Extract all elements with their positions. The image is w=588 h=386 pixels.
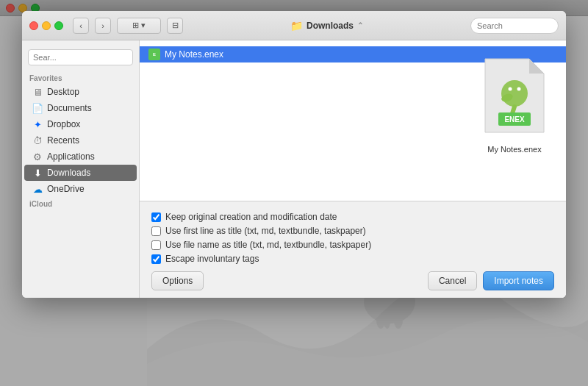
- forward-icon: ›: [101, 21, 104, 30]
- fb-close-button[interactable]: [29, 21, 38, 30]
- svg-point-13: [501, 80, 528, 107]
- back-icon: ‹: [79, 21, 82, 30]
- search-input[interactable]: [470, 18, 559, 34]
- import-notes-button[interactable]: Import notes: [483, 271, 554, 290]
- view-icon: ⊞ ▾: [132, 21, 146, 30]
- cancel-button[interactable]: Cancel: [428, 271, 477, 290]
- path-icon: ⊟: [172, 21, 179, 30]
- option-row-filename-title: Use file name as title (txt, md, textbun…: [151, 240, 554, 250]
- favorites-section-header: Favorites: [22, 71, 139, 84]
- options-button[interactable]: Options: [151, 271, 204, 290]
- sidebar-item-label: Dropbox: [47, 119, 80, 129]
- escape-tags-checkbox[interactable]: [151, 254, 161, 264]
- documents-icon: 📄: [32, 102, 43, 114]
- fb-maximize-button[interactable]: [54, 21, 63, 30]
- forward-button[interactable]: ›: [95, 18, 111, 34]
- enex-file-icon: E: [148, 49, 160, 60]
- folder-icon: 📁: [290, 20, 303, 32]
- escape-tags-label: Escape involuntary tags: [165, 254, 259, 264]
- sidebar-item-label: Applications: [47, 151, 95, 162]
- back-button[interactable]: ‹: [73, 18, 89, 34]
- first-line-title-checkbox[interactable]: [151, 226, 161, 236]
- keep-date-checkbox[interactable]: [151, 212, 161, 222]
- svg-point-15: [509, 87, 512, 91]
- sidebar-item-dropbox[interactable]: ✦ Dropbox: [24, 116, 137, 132]
- filename-title-checkbox[interactable]: [151, 240, 161, 250]
- fb-title-area: 📁 Downloads ⌃: [189, 20, 465, 32]
- sidebar-item-label: Documents: [47, 103, 92, 113]
- option-row-keep-date: Keep original creation and modification …: [151, 212, 554, 222]
- dropbox-icon: ✦: [32, 118, 43, 130]
- option-row-escape-tags: Escape involuntary tags: [151, 254, 554, 264]
- sidebar-item-downloads[interactable]: ⬇ Downloads: [24, 165, 137, 181]
- recents-icon: ⏱: [32, 135, 43, 146]
- applications-icon: ⚙: [32, 151, 43, 162]
- dialog-right-buttons: Cancel Import notes: [428, 271, 554, 290]
- chevron-icon: ⌃: [357, 21, 363, 29]
- sidebar-item-desktop[interactable]: 🖥 Desktop: [24, 84, 137, 100]
- fb-window-title: Downloads: [306, 21, 354, 31]
- sidebar-item-label: OneDrive: [47, 184, 85, 194]
- fb-minimize-button[interactable]: [42, 21, 51, 30]
- sidebar-item-documents[interactable]: 📄 Documents: [24, 100, 137, 116]
- keep-date-label: Keep original creation and modification …: [165, 212, 337, 222]
- desktop-icon: 🖥: [32, 86, 43, 98]
- first-line-label: Use first line as title (txt, md, textbu…: [165, 226, 366, 236]
- sidebar-item-applications[interactable]: ⚙ Applications: [24, 149, 137, 165]
- sidebar-item-label: Recents: [47, 135, 79, 146]
- file-preview-area: ENEX My Notes.enex: [478, 55, 551, 154]
- icloud-section-header: iCloud: [22, 197, 139, 210]
- sidebar-item-label: Desktop: [47, 87, 79, 97]
- svg-point-16: [517, 87, 521, 91]
- preview-filename: My Notes.enex: [487, 145, 541, 154]
- onedrive-icon: ☁: [32, 183, 43, 195]
- sidebar-item-label: Downloads: [47, 168, 90, 178]
- filename-title-label: Use file name as title (txt, md, textbun…: [165, 240, 371, 250]
- option-row-first-line: Use first line as title (txt, md, textbu…: [151, 226, 554, 236]
- downloads-icon: ⬇: [32, 167, 43, 179]
- path-button[interactable]: ⊟: [167, 18, 183, 34]
- sidebar-item-onedrive[interactable]: ☁ OneDrive: [24, 181, 137, 197]
- sidebar-search-input[interactable]: [28, 49, 133, 65]
- fb-traffic-lights: [29, 21, 63, 30]
- enex-large-icon: ENEX: [478, 55, 551, 136]
- file-name: My Notes.enex: [165, 49, 223, 60]
- svg-marker-12: [529, 59, 544, 74]
- import-dialog: Keep original creation and modification …: [140, 201, 566, 298]
- import-options: Keep original creation and modification …: [151, 212, 554, 264]
- fb-body: Favorites 🖥 Desktop 📄 Documents ✦ Dropbo…: [22, 40, 566, 298]
- svg-text:ENEX: ENEX: [504, 115, 525, 124]
- fb-sidebar: Favorites 🖥 Desktop 📄 Documents ✦ Dropbo…: [22, 40, 140, 298]
- fb-main-area: E My Notes.enex: [140, 40, 566, 298]
- dialog-buttons: Options Cancel Import notes: [151, 271, 554, 290]
- file-browser-window: ‹ › ⊞ ▾ ⊟ 📁 Downloads ⌃ Favorites 🖥 Desk…: [22, 11, 566, 298]
- view-options-button[interactable]: ⊞ ▾: [117, 18, 161, 34]
- sidebar-item-recents[interactable]: ⏱ Recents: [24, 132, 137, 149]
- fb-titlebar: ‹ › ⊞ ▾ ⊟ 📁 Downloads ⌃: [22, 11, 566, 40]
